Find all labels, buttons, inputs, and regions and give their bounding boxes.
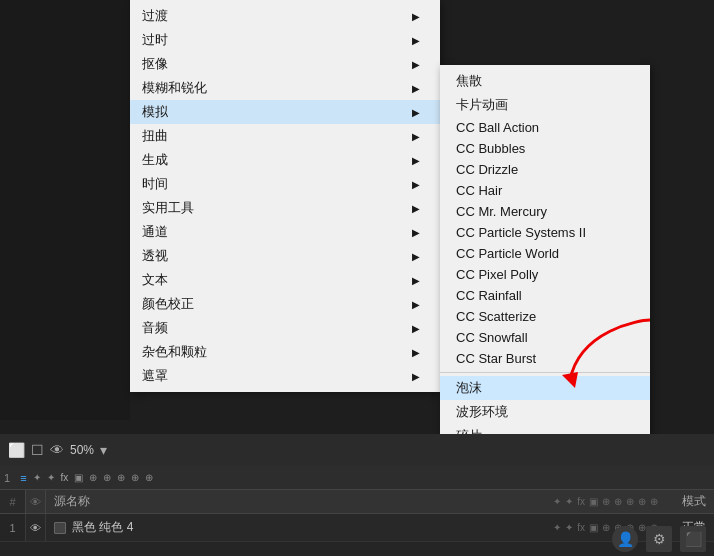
left-menu: 过渡 ▶ 过时 ▶ 抠像 ▶ 模糊和锐化 ▶ 模拟 ▶ 扭曲 ▶ 生成 ▶ 时间 <box>130 0 440 392</box>
submenu-arrow: ▶ <box>412 227 420 238</box>
hdr-icon-8[interactable]: ⊕ <box>650 496 658 507</box>
hdr-icon-2[interactable]: ✦ <box>565 496 573 507</box>
hdr-icon-fx[interactable]: fx <box>577 496 585 507</box>
hdr-icon-6[interactable]: ⊕ <box>626 496 634 507</box>
row-color-swatch <box>54 522 66 534</box>
submenu-arrow: ▶ <box>412 371 420 382</box>
dark-sidebar <box>0 0 130 420</box>
submenu-arrow: ▶ <box>412 347 420 358</box>
submenu-item-cc-ball[interactable]: CC Ball Action <box>440 117 650 138</box>
submenu-arrow: ▶ <box>412 275 420 286</box>
submenu-item-card[interactable]: 卡片动画 <box>440 93 650 117</box>
row-num: 1 <box>0 514 26 541</box>
submenu-arrow: ▶ <box>412 203 420 214</box>
row-icon-1[interactable]: ✦ <box>553 522 561 533</box>
menu-item-guoshi[interactable]: 过时 ▶ <box>130 28 440 52</box>
tl-icon-3[interactable]: ▣ <box>74 472 83 483</box>
tl-icon-1[interactable]: ✦ <box>33 472 41 483</box>
submenu-item-cc-bubbles[interactable]: CC Bubbles <box>440 138 650 159</box>
menu-item-zase[interactable]: 杂色和颗粒 ▶ <box>130 340 440 364</box>
menu-item-yanse[interactable]: 颜色校正 ▶ <box>130 292 440 316</box>
tl-icon-4[interactable]: ⊕ <box>89 472 97 483</box>
row-icon-4[interactable]: ⊕ <box>602 522 610 533</box>
menu-item-moni[interactable]: 模拟 ▶ <box>130 100 440 124</box>
submenu-arrow: ▶ <box>412 155 420 166</box>
row-icon-2[interactable]: ✦ <box>565 522 573 533</box>
menu-item-wenben[interactable]: 文本 ▶ <box>130 268 440 292</box>
submenu-arrow: ▶ <box>412 251 420 262</box>
menu-item-zhemo[interactable]: 遮罩 ▶ <box>130 364 440 388</box>
timeline-time-indicator: ≡ <box>20 472 26 484</box>
row-label-area: 黑色 纯色 4 <box>46 519 553 536</box>
submenu-item-cc-drizzle[interactable]: CC Drizzle <box>440 159 650 180</box>
bottom-toolbar: ⬜ ☐ 👁 50% ▾ <box>0 434 714 466</box>
submenu-arrow: ▶ <box>412 11 420 22</box>
timeline-row-1: 1 👁 黑色 纯色 4 ✦ ✦ fx ▣ ⊕ ⊕ ⊕ ⊕ ⊕ 正常 <box>0 514 714 542</box>
row-icon-fx[interactable]: fx <box>577 522 585 533</box>
row-icon-3[interactable]: ▣ <box>589 522 598 533</box>
submenu-arrow: ▶ <box>412 35 420 46</box>
toolbar-icon-2[interactable]: ☐ <box>31 442 44 458</box>
timeline-number: 1 <box>4 472 10 484</box>
submenu-item-paomo[interactable]: 泡沫 <box>440 376 650 400</box>
hdr-icon-4[interactable]: ⊕ <box>602 496 610 507</box>
timeline-row-num-header: # <box>0 490 26 513</box>
menu-item-toushi[interactable]: 透视 ▶ <box>130 244 440 268</box>
tl-icon-6[interactable]: ⊕ <box>117 472 125 483</box>
expand-icon[interactable]: ⬛ <box>680 526 706 552</box>
hdr-icon-7[interactable]: ⊕ <box>638 496 646 507</box>
submenu-arrow: ▶ <box>412 179 420 190</box>
menu-separator <box>440 372 650 373</box>
timeline-area: 1 ≡ ✦ ✦ fx ▣ ⊕ ⊕ ⊕ ⊕ ⊕ # 👁 源名称 ✦ ✦ fx ▣ … <box>0 466 714 556</box>
submenu-item-jiaosan[interactable]: 焦散 <box>440 69 650 93</box>
timeline-eye-header: 👁 <box>26 490 46 513</box>
submenu-item-bofeng[interactable]: 波形环境 <box>440 400 650 424</box>
timeline-toolbar: 1 ≡ ✦ ✦ fx ▣ ⊕ ⊕ ⊕ ⊕ ⊕ <box>0 466 714 490</box>
menu-item-niuqu[interactable]: 扭曲 ▶ <box>130 124 440 148</box>
menu-item-shijian[interactable]: 时间 ▶ <box>130 172 440 196</box>
tl-icon-7[interactable]: ⊕ <box>131 472 139 483</box>
timeline-header-icons: ✦ ✦ fx ▣ ⊕ ⊕ ⊕ ⊕ ⊕ 模式 <box>553 493 714 510</box>
tl-icon-8[interactable]: ⊕ <box>145 472 153 483</box>
tl-icon-5[interactable]: ⊕ <box>103 472 111 483</box>
user-avatar-icon[interactable]: 👤 <box>612 526 638 552</box>
menu-item-guodu[interactable]: 过渡 ▶ <box>130 4 440 28</box>
submenu-arrow: ▶ <box>412 59 420 70</box>
submenu-item-cc-mercury[interactable]: CC Mr. Mercury <box>440 201 650 222</box>
menu-item-kouxiang[interactable]: 抠像 ▶ <box>130 52 440 76</box>
toolbar-icon-glasses[interactable]: 👁 <box>50 442 64 458</box>
menu-item-shengcheng[interactable]: 生成 ▶ <box>130 148 440 172</box>
submenu-arrow: ▶ <box>412 83 420 94</box>
submenu-arrow: ▶ <box>412 107 420 118</box>
submenu-item-cc-particle-world[interactable]: CC Particle World <box>440 243 650 264</box>
submenu-item-cc-hair[interactable]: CC Hair <box>440 180 650 201</box>
hdr-icon-3[interactable]: ▣ <box>589 496 598 507</box>
submenu-item-cc-scatter[interactable]: CC Scatterize <box>440 306 650 327</box>
submenu-item-cc-pixel[interactable]: CC Pixel Polly <box>440 264 650 285</box>
submenu-item-cc-starburst[interactable]: CC Star Burst <box>440 348 650 369</box>
bottom-right-icons: 👤 ⚙ ⬛ <box>612 526 706 552</box>
menu-item-mohu[interactable]: 模糊和锐化 ▶ <box>130 76 440 100</box>
right-submenu: 焦散 卡片动画 CC Ball Action CC Bubbles CC Dri… <box>440 65 650 476</box>
context-menu-container: 过渡 ▶ 过时 ▶ 抠像 ▶ 模糊和锐化 ▶ 模拟 ▶ 扭曲 ▶ 生成 ▶ 时间 <box>130 0 440 392</box>
submenu-item-cc-particle-sys[interactable]: CC Particle Systems II <box>440 222 650 243</box>
tl-icon-fx[interactable]: fx <box>61 472 69 483</box>
submenu-arrow: ▶ <box>412 131 420 142</box>
hdr-icon-1[interactable]: ✦ <box>553 496 561 507</box>
submenu-arrow: ▶ <box>412 299 420 310</box>
tl-icon-2[interactable]: ✦ <box>47 472 55 483</box>
submenu-item-cc-rainfall[interactable]: CC Rainfall <box>440 285 650 306</box>
zoom-level: 50% <box>70 443 94 457</box>
menu-item-yinpin[interactable]: 音频 ▶ <box>130 316 440 340</box>
row-visibility-toggle[interactable]: 👁 <box>26 514 46 541</box>
timeline-source-col: 源名称 <box>46 493 553 510</box>
menu-item-tongdao[interactable]: 通道 ▶ <box>130 220 440 244</box>
toolbar-icon-1[interactable]: ⬜ <box>8 442 25 458</box>
submenu-arrow: ▶ <box>412 323 420 334</box>
timeline-header: # 👁 源名称 ✦ ✦ fx ▣ ⊕ ⊕ ⊕ ⊕ ⊕ 模式 <box>0 490 714 514</box>
submenu-item-cc-snowfall[interactable]: CC Snowfall <box>440 327 650 348</box>
toolbar-dropdown[interactable]: ▾ <box>100 442 107 458</box>
settings-icon[interactable]: ⚙ <box>646 526 672 552</box>
menu-item-shiyong[interactable]: 实用工具 ▶ <box>130 196 440 220</box>
hdr-icon-5[interactable]: ⊕ <box>614 496 622 507</box>
